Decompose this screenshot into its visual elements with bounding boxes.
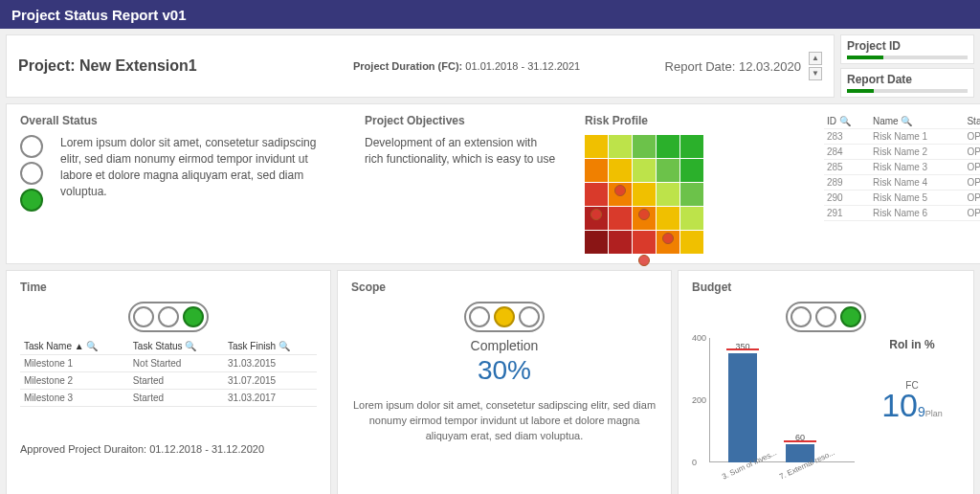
table-row[interactable]: 291Risk Name 6OPEN bbox=[824, 206, 980, 221]
traffic-yellow-icon bbox=[158, 306, 179, 327]
risk-dot-icon bbox=[662, 233, 674, 244]
search-icon[interactable]: 🔍 bbox=[86, 341, 98, 351]
risk-th-status[interactable]: Status bbox=[964, 114, 980, 129]
overall-text: Lorem ipsum dolor sit amet, consetetur s… bbox=[60, 135, 336, 212]
budget-title: Budget bbox=[692, 281, 960, 294]
budget-card: Budget 02004003503. Sum of inves...607. … bbox=[678, 270, 974, 494]
traffic-red-icon bbox=[469, 306, 490, 327]
traffic-green-icon bbox=[519, 306, 540, 327]
scope-card: Scope Completion 30% Lorem ipsum dolor s… bbox=[337, 270, 672, 494]
risk-dot-icon bbox=[590, 209, 602, 220]
traffic-red-icon bbox=[791, 306, 812, 327]
traffic-yellow-icon bbox=[815, 306, 836, 327]
traffic-green-icon bbox=[840, 306, 861, 327]
time-title: Time bbox=[20, 281, 317, 294]
side-project-id[interactable]: Project ID bbox=[840, 34, 974, 64]
objectives-text: Development of an extension with rich fu… bbox=[365, 135, 556, 168]
risk-cell bbox=[585, 183, 608, 206]
traffic-yellow-icon bbox=[20, 162, 43, 185]
project-title: Project: New Extension1 bbox=[18, 57, 353, 75]
page-title: Project Status Report v01 bbox=[11, 7, 187, 23]
project-duration: Project Duration (FC): 01.01.2018 - 31.1… bbox=[353, 59, 640, 73]
risk-cell bbox=[680, 207, 703, 230]
roi-value-plan: 9 bbox=[918, 404, 925, 419]
risk-cell bbox=[585, 207, 608, 230]
search-icon[interactable]: 🔍 bbox=[901, 116, 912, 126]
risk-cell bbox=[609, 231, 632, 254]
scope-text: Lorem ipsum dolor sit amet, consetetur s… bbox=[351, 397, 657, 443]
scroll-up-icon[interactable]: ▲ bbox=[809, 52, 822, 65]
roi-title: RoI in % bbox=[864, 338, 960, 351]
search-icon[interactable]: 🔍 bbox=[278, 341, 290, 351]
project-prefix: Project: bbox=[18, 57, 76, 74]
risk-cell bbox=[657, 183, 679, 206]
side-report-date[interactable]: Report Date bbox=[840, 68, 974, 98]
risk-cell bbox=[680, 159, 703, 182]
risk-cell bbox=[633, 231, 656, 254]
risk-cell bbox=[609, 183, 632, 206]
risk-cell bbox=[633, 183, 656, 206]
risk-cell bbox=[609, 135, 632, 158]
objectives-title: Project Objectives bbox=[365, 114, 556, 127]
table-row[interactable]: 290Risk Name 5OPEN bbox=[824, 191, 980, 206]
project-name: New Extension1 bbox=[79, 57, 197, 74]
risk-cell bbox=[633, 207, 656, 230]
project-summary-card: Project: New Extension1 Project Duration… bbox=[6, 34, 835, 98]
risk-cell bbox=[657, 207, 679, 230]
table-row[interactable]: 284Risk Name 2OPEN bbox=[824, 145, 980, 160]
roi-block: RoI in % FC 109Plan bbox=[864, 338, 960, 419]
traffic-green-icon bbox=[20, 189, 43, 212]
risk-dot-icon bbox=[638, 209, 650, 220]
budget-traffic-light bbox=[786, 302, 866, 332]
risk-cell bbox=[680, 183, 703, 206]
approved-duration: Approved Project Duraiton: 01.12.2018 - … bbox=[20, 443, 317, 455]
page-header: Project Status Report v01 bbox=[0, 0, 980, 29]
risk-cell bbox=[657, 135, 679, 158]
risk-cell bbox=[585, 231, 608, 254]
target-line bbox=[726, 348, 759, 350]
table-row[interactable]: Milestone 1Not Started31.03.2015 bbox=[20, 355, 317, 372]
side-panel: Project ID Report Date bbox=[840, 34, 974, 98]
duration-label: Project Duration (FC): bbox=[353, 60, 462, 72]
risk-cell bbox=[633, 159, 656, 182]
traffic-green-icon bbox=[183, 306, 204, 327]
duration-value: 01.01.2018 - 31.12.2021 bbox=[465, 60, 580, 72]
scope-traffic-light bbox=[464, 302, 545, 332]
search-icon[interactable]: 🔍 bbox=[839, 116, 851, 126]
traffic-red-icon bbox=[133, 306, 154, 327]
ms-th-status[interactable]: Task Status 🔍 bbox=[129, 338, 224, 355]
budget-bar-chart: 02004003503. Sum of inves...607. Externa… bbox=[692, 338, 855, 482]
table-row[interactable]: 289Risk Name 4OPEN bbox=[824, 175, 980, 191]
ms-th-finish[interactable]: Task Finish 🔍 bbox=[224, 338, 317, 355]
table-row[interactable]: 285Risk Name 3OPEN bbox=[824, 160, 980, 175]
status-card: Overall Status Lorem ipsum dolor sit ame… bbox=[6, 103, 980, 264]
scroll-buttons: ▲ ▼ bbox=[809, 52, 822, 80]
scope-title: Scope bbox=[351, 281, 657, 294]
overall-status-title: Overall Status bbox=[20, 114, 336, 127]
bar bbox=[728, 353, 757, 462]
risk-cell bbox=[609, 207, 632, 230]
y-tick: 200 bbox=[692, 395, 706, 405]
scroll-down-icon[interactable]: ▼ bbox=[809, 67, 822, 80]
risk-title: Risk Profile bbox=[585, 114, 795, 127]
risk-cell bbox=[585, 159, 608, 182]
milestone-table: Task Name ▲ 🔍 Task Status 🔍 Task Finish … bbox=[20, 338, 317, 407]
table-row[interactable]: Milestone 3Started31.03.2017 bbox=[20, 390, 317, 407]
risk-cell bbox=[680, 135, 703, 158]
risk-th-name[interactable]: Name 🔍 bbox=[870, 114, 965, 129]
risk-dot-icon bbox=[614, 185, 626, 196]
target-line bbox=[784, 440, 816, 442]
table-row[interactable]: Milestone 2Started31.07.2015 bbox=[20, 372, 317, 390]
side-project-id-label: Project ID bbox=[847, 39, 901, 53]
y-tick: 0 bbox=[692, 458, 697, 467]
ms-th-name[interactable]: Task Name ▲ 🔍 bbox=[20, 338, 129, 355]
y-tick: 400 bbox=[692, 333, 706, 343]
risk-cell bbox=[657, 231, 679, 254]
completion-label: Completion bbox=[351, 338, 657, 353]
table-row[interactable]: 283Risk Name 1OPEN bbox=[824, 129, 980, 145]
side-report-date-label: Report Date bbox=[847, 73, 912, 86]
risk-heatmap bbox=[585, 135, 795, 254]
risk-th-id[interactable]: ID 🔍 bbox=[824, 114, 870, 129]
search-icon[interactable]: 🔍 bbox=[185, 341, 196, 351]
risk-cell bbox=[657, 159, 679, 182]
